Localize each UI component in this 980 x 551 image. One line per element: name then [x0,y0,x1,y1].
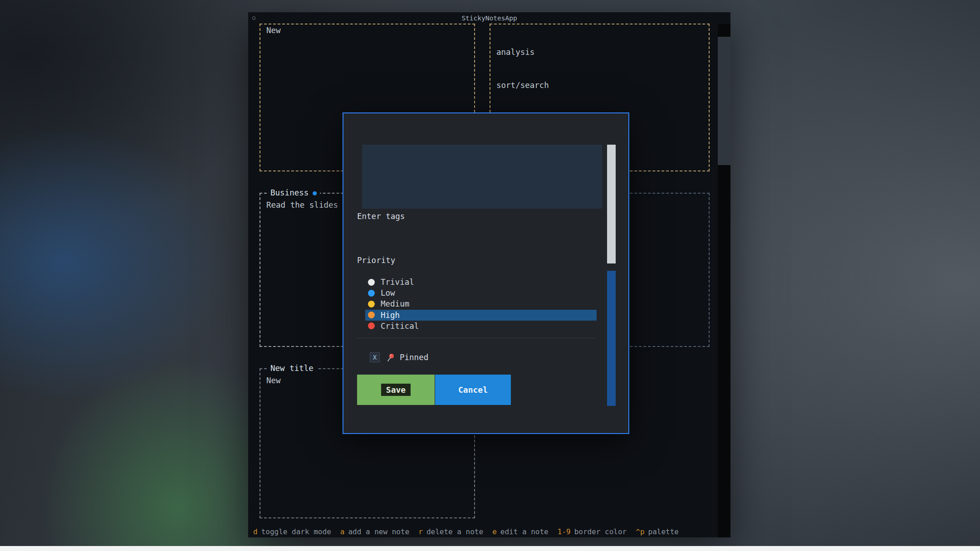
title-bar: ○ StickyNotesApp [248,12,730,24]
statusbar-hint-edit-note: e edit a note [492,527,549,536]
app-scrollbar-thumb[interactable] [718,37,730,165]
dialog-scrollbar-thumb[interactable] [607,145,616,263]
priority-option-label: Critical [381,322,419,331]
note-body-textarea[interactable] [362,145,602,209]
note-line: analysis [496,47,709,58]
shortcut-label: add a new note [348,527,409,536]
cancel-button[interactable]: Cancel [435,375,511,405]
priority-option-trivial[interactable]: Trivial [365,277,597,288]
dialog-scrollbar-indicator[interactable] [607,271,616,406]
priority-color-dot-icon [368,290,375,297]
priority-label: Priority [357,255,395,265]
statusbar-hint-palette: ^p palette [636,527,679,536]
priority-option-critical[interactable]: Critical [365,321,597,332]
divider [356,338,597,338]
shortcut-label: edit a note [500,527,549,536]
priority-color-dot-icon [368,322,375,329]
shortcut-key: r [418,527,423,536]
note-title-text: New title [270,364,314,373]
priority-option-list: Trivial Low Medium High Critical [365,277,597,332]
statusbar-hint-dark-mode: d toggle dark mode [253,527,331,536]
priority-color-dot-icon [368,301,375,307]
statusbar-hint-delete-note: r delete a note [418,527,483,536]
pinned-row: X Pinned [370,352,428,362]
note-content: New [260,24,474,36]
desktop-background: ○ StickyNotesApp New analysis sort/searc… [0,0,980,551]
priority-color-dot-icon [368,312,375,318]
shortcut-label: border color [574,527,627,536]
shortcut-key: e [492,527,497,536]
shortcut-label: delete a note [426,527,483,536]
note-editor-dialog: Enter tags Priority Trivial Low Medium H… [343,112,629,434]
priority-option-label: High [381,311,400,320]
tags-input[interactable] [357,225,598,249]
priority-option-label: Medium [381,299,409,308]
save-button-label: Save [381,384,411,396]
note-title: New title [267,364,317,373]
save-button[interactable]: Save [357,375,435,405]
note-title-text: Business [270,188,309,197]
shortcut-label: toggle dark mode [261,527,331,536]
pinned-label: Pinned [400,353,428,362]
priority-option-label: Trivial [381,278,414,287]
note-line: sort/search [496,80,709,91]
note-title: Business ● [267,188,320,197]
tags-label: Enter tags [357,211,405,221]
app-scrollbar[interactable] [718,24,730,537]
priority-option-label: Low [381,288,395,297]
priority-dot-icon: ● [313,190,317,196]
statusbar-hint-border-color: 1-9 border color [558,527,627,536]
shortcut-key: ^p [636,527,644,536]
priority-option-low[interactable]: Low [365,288,597,298]
statusbar-hint-add-note: a add a new note [340,527,410,536]
pinned-checkbox[interactable]: X [370,352,380,362]
shortcut-label: palette [648,527,679,536]
spinner-icon: ○ [252,15,255,21]
screen-edge [0,546,980,551]
priority-color-dot-icon [368,279,375,286]
shortcut-key: 1-9 [558,527,571,536]
priority-option-high[interactable]: High [365,310,597,321]
shortcut-key: a [340,527,345,536]
priority-option-medium[interactable]: Medium [365,298,597,309]
status-bar: d toggle dark mode a add a new note r de… [248,526,718,537]
window-title: StickyNotesApp [461,15,517,22]
pushpin-icon [386,353,395,362]
shortcut-key: d [253,527,258,536]
